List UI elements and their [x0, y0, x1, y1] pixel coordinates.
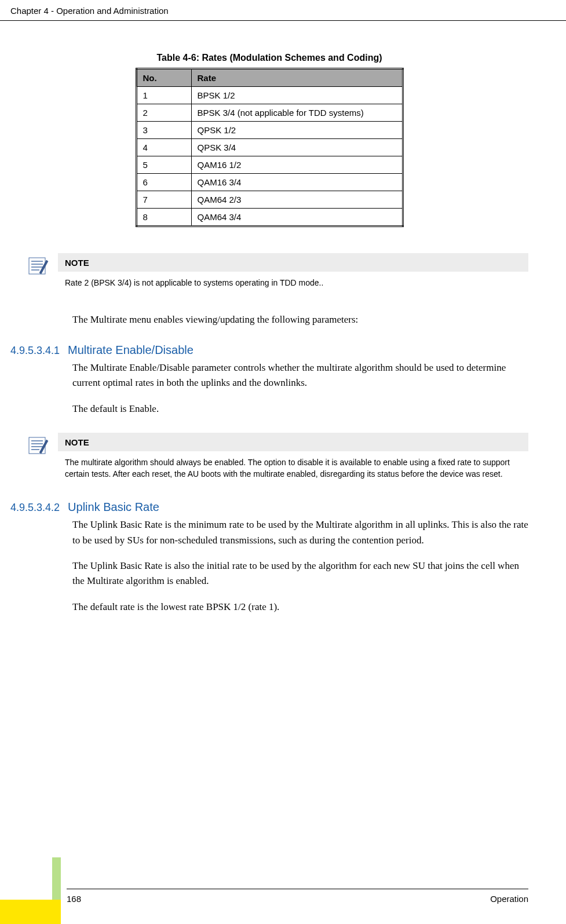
table-header-no: No.: [136, 69, 191, 87]
table-row: 1BPSK 1/2: [136, 87, 403, 104]
cell-no: 7: [136, 191, 191, 209]
cell-rate: QAM16 3/4: [191, 174, 403, 191]
body-paragraph: The Uplink Basic Rate is also the initia…: [72, 558, 528, 589]
table-row: 6QAM16 3/4: [136, 174, 403, 191]
page-corner-decoration: [0, 857, 61, 924]
section-heading: 4.9.5.3.4.2 Uplink Basic Rate: [10, 501, 528, 514]
body-paragraph: The default rate is the lowest rate BPSK…: [72, 600, 528, 615]
section-number: 4.9.5.3.4.1: [10, 345, 60, 357]
cell-rate: QPSK 3/4: [191, 139, 403, 156]
cell-no: 2: [136, 104, 191, 122]
page-number: 168: [67, 894, 81, 904]
cell-no: 3: [136, 122, 191, 139]
table-row: 8QAM64 3/4: [136, 209, 403, 227]
cell-rate: QAM64 3/4: [191, 209, 403, 227]
table-header-rate: Rate: [191, 69, 403, 87]
page-footer: 168 Operation: [0, 889, 566, 904]
note-icon: [27, 434, 50, 459]
note-title: NOTE: [58, 253, 528, 272]
table-row: 5QAM16 1/2: [136, 156, 403, 174]
cell-no: 4: [136, 139, 191, 156]
cell-rate: QPSK 1/2: [191, 122, 403, 139]
note-icon: [27, 254, 50, 280]
body-paragraph: The Uplink Basic Rate is the minimum rat…: [72, 517, 528, 548]
section-heading: 4.9.5.3.4.1 Multirate Enable/Disable: [10, 344, 528, 357]
cell-no: 1: [136, 87, 191, 104]
rates-table-container: No. Rate 1BPSK 1/2 2BPSK 3/4 (not applic…: [10, 68, 528, 227]
note-text: Rate 2 (BPSK 3/4) is not applicable to s…: [58, 272, 528, 294]
section-number: 4.9.5.3.4.2: [10, 502, 60, 514]
table-row: 7QAM64 2/3: [136, 191, 403, 209]
cell-rate: BPSK 1/2: [191, 87, 403, 104]
note-title: NOTE: [58, 433, 528, 451]
section-title: Uplink Basic Rate: [68, 501, 159, 514]
footer-label: Operation: [490, 894, 528, 904]
note-block: NOTE Rate 2 (BPSK 3/4) is not applicable…: [27, 253, 528, 294]
note-text: The multirate algorithm should always be…: [58, 451, 528, 484]
table-row: 3QPSK 1/2: [136, 122, 403, 139]
table-row: 4QPSK 3/4: [136, 139, 403, 156]
rates-table: No. Rate 1BPSK 1/2 2BPSK 3/4 (not applic…: [136, 68, 404, 227]
table-caption: Table 4-6: Rates (Modulation Schemes and…: [10, 53, 528, 63]
svg-rect-0: [29, 258, 45, 274]
table-row: 2BPSK 3/4 (not applicable for TDD system…: [136, 104, 403, 122]
body-paragraph: The Multirate Enable/Disable parameter c…: [72, 360, 528, 391]
body-paragraph: The default is Enable.: [72, 401, 528, 417]
cell-no: 6: [136, 174, 191, 191]
note-block: NOTE The multirate algorithm should alwa…: [27, 433, 528, 484]
intro-paragraph: The Multirate menu enables viewing/updat…: [72, 312, 528, 327]
cell-rate: QAM16 1/2: [191, 156, 403, 174]
svg-rect-5: [29, 437, 45, 454]
cell-no: 8: [136, 209, 191, 227]
page-header: Chapter 4 - Operation and Administration: [0, 0, 566, 21]
cell-no: 5: [136, 156, 191, 174]
section-title: Multirate Enable/Disable: [68, 344, 193, 357]
cell-rate: QAM64 2/3: [191, 191, 403, 209]
cell-rate: BPSK 3/4 (not applicable for TDD systems…: [191, 104, 403, 122]
